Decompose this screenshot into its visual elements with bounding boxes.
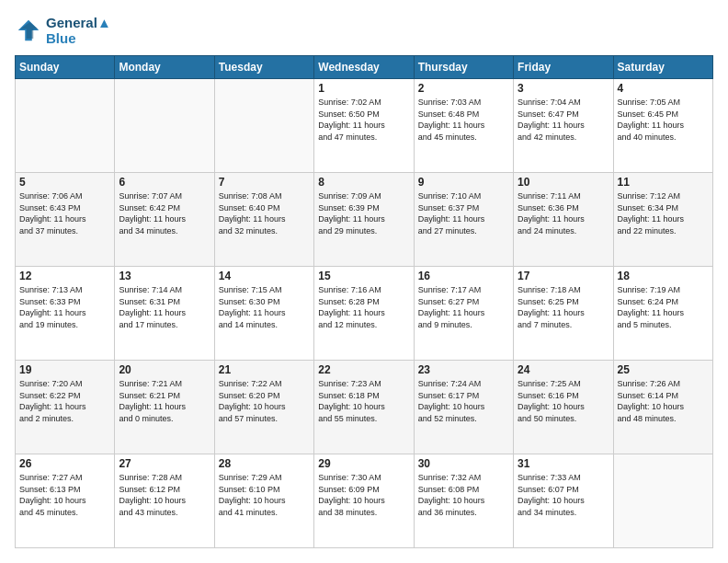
day-cell: 9Sunrise: 7:10 AM Sunset: 6:37 PM Daylig…: [414, 173, 513, 267]
calendar-table: SundayMondayTuesdayWednesdayThursdayFrid…: [15, 55, 713, 548]
week-row-2: 5Sunrise: 7:06 AM Sunset: 6:43 PM Daylig…: [16, 173, 713, 267]
weekday-header-row: SundayMondayTuesdayWednesdayThursdayFrid…: [16, 56, 713, 79]
day-cell: 22Sunrise: 7:23 AM Sunset: 6:18 PM Dayli…: [314, 361, 414, 454]
day-cell: 24Sunrise: 7:25 AM Sunset: 6:16 PM Dayli…: [514, 361, 613, 454]
day-cell: 7Sunrise: 7:08 AM Sunset: 6:40 PM Daylig…: [214, 173, 313, 267]
day-cell: 5Sunrise: 7:06 AM Sunset: 6:43 PM Daylig…: [16, 173, 115, 267]
day-cell: 30Sunrise: 7:32 AM Sunset: 6:08 PM Dayli…: [414, 454, 513, 548]
day-cell: 10Sunrise: 7:11 AM Sunset: 6:36 PM Dayli…: [514, 173, 613, 267]
day-info: Sunrise: 7:10 AM Sunset: 6:37 PM Dayligh…: [418, 190, 509, 236]
day-info: Sunrise: 7:25 AM Sunset: 6:16 PM Dayligh…: [518, 378, 609, 424]
day-info: Sunrise: 7:05 AM Sunset: 6:45 PM Dayligh…: [618, 97, 709, 143]
day-info: Sunrise: 7:28 AM Sunset: 6:12 PM Dayligh…: [119, 472, 210, 518]
day-number: 13: [119, 270, 210, 282]
day-cell: 19Sunrise: 7:20 AM Sunset: 6:22 PM Dayli…: [16, 361, 115, 454]
day-number: 5: [19, 176, 110, 189]
header: General▲ Blue: [15, 15, 713, 46]
day-info: Sunrise: 7:07 AM Sunset: 6:42 PM Dayligh…: [119, 190, 210, 236]
page: General▲ Blue SundayMondayTuesdayWednesd…: [0, 0, 728, 563]
day-number: 28: [219, 457, 310, 470]
day-number: 8: [318, 176, 409, 189]
day-info: Sunrise: 7:08 AM Sunset: 6:40 PM Dayligh…: [219, 190, 310, 236]
day-number: 2: [418, 82, 509, 95]
day-number: 11: [618, 176, 709, 189]
day-number: 22: [318, 363, 409, 376]
day-cell: 11Sunrise: 7:12 AM Sunset: 6:34 PM Dayli…: [613, 173, 712, 267]
day-number: 1: [318, 82, 409, 95]
day-number: 16: [418, 270, 509, 282]
day-cell: 27Sunrise: 7:28 AM Sunset: 6:12 PM Dayli…: [115, 454, 214, 548]
weekday-sunday: Sunday: [16, 56, 115, 79]
day-info: Sunrise: 7:32 AM Sunset: 6:08 PM Dayligh…: [418, 472, 509, 518]
week-row-4: 19Sunrise: 7:20 AM Sunset: 6:22 PM Dayli…: [16, 361, 713, 454]
day-number: 14: [219, 270, 310, 282]
day-number: 19: [19, 363, 110, 376]
day-number: 6: [119, 176, 210, 189]
day-number: 3: [518, 82, 609, 95]
day-number: 24: [518, 363, 609, 376]
day-cell: 13Sunrise: 7:14 AM Sunset: 6:31 PM Dayli…: [115, 267, 214, 361]
day-info: Sunrise: 7:14 AM Sunset: 6:31 PM Dayligh…: [119, 284, 210, 330]
weekday-saturday: Saturday: [613, 56, 712, 79]
weekday-tuesday: Tuesday: [214, 56, 313, 79]
logo-text: General▲ Blue: [46, 15, 111, 46]
day-info: Sunrise: 7:17 AM Sunset: 6:27 PM Dayligh…: [418, 284, 509, 330]
day-cell: 20Sunrise: 7:21 AM Sunset: 6:21 PM Dayli…: [115, 361, 214, 454]
day-number: 27: [119, 457, 210, 470]
day-cell: 18Sunrise: 7:19 AM Sunset: 6:24 PM Dayli…: [613, 267, 712, 361]
day-cell: 25Sunrise: 7:26 AM Sunset: 6:14 PM Dayli…: [613, 361, 712, 454]
day-cell: [613, 454, 712, 548]
day-info: Sunrise: 7:06 AM Sunset: 6:43 PM Dayligh…: [19, 190, 110, 236]
day-cell: 14Sunrise: 7:15 AM Sunset: 6:30 PM Dayli…: [214, 267, 313, 361]
day-number: 7: [219, 176, 310, 189]
day-info: Sunrise: 7:23 AM Sunset: 6:18 PM Dayligh…: [318, 378, 409, 424]
day-cell: 26Sunrise: 7:27 AM Sunset: 6:13 PM Dayli…: [16, 454, 115, 548]
day-info: Sunrise: 7:11 AM Sunset: 6:36 PM Dayligh…: [518, 190, 609, 236]
weekday-monday: Monday: [115, 56, 214, 79]
day-cell: 29Sunrise: 7:30 AM Sunset: 6:09 PM Dayli…: [314, 454, 414, 548]
logo-icon: [15, 17, 42, 44]
day-cell: 4Sunrise: 7:05 AM Sunset: 6:45 PM Daylig…: [613, 79, 712, 173]
day-cell: 16Sunrise: 7:17 AM Sunset: 6:27 PM Dayli…: [414, 267, 513, 361]
week-row-5: 26Sunrise: 7:27 AM Sunset: 6:13 PM Dayli…: [16, 454, 713, 548]
day-info: Sunrise: 7:24 AM Sunset: 6:17 PM Dayligh…: [418, 378, 509, 424]
day-info: Sunrise: 7:03 AM Sunset: 6:48 PM Dayligh…: [418, 97, 509, 143]
day-info: Sunrise: 7:29 AM Sunset: 6:10 PM Dayligh…: [219, 472, 310, 518]
weekday-wednesday: Wednesday: [314, 56, 414, 79]
day-cell: 6Sunrise: 7:07 AM Sunset: 6:42 PM Daylig…: [115, 173, 214, 267]
day-number: 30: [418, 457, 509, 470]
day-info: Sunrise: 7:26 AM Sunset: 6:14 PM Dayligh…: [618, 378, 709, 424]
weekday-friday: Friday: [514, 56, 613, 79]
day-cell: 31Sunrise: 7:33 AM Sunset: 6:07 PM Dayli…: [514, 454, 613, 548]
day-number: 18: [618, 270, 709, 282]
logo: General▲ Blue: [15, 15, 111, 46]
day-info: Sunrise: 7:09 AM Sunset: 6:39 PM Dayligh…: [318, 190, 409, 236]
day-cell: [115, 79, 214, 173]
day-info: Sunrise: 7:27 AM Sunset: 6:13 PM Dayligh…: [19, 472, 110, 518]
day-number: 10: [518, 176, 609, 189]
day-cell: 3Sunrise: 7:04 AM Sunset: 6:47 PM Daylig…: [514, 79, 613, 173]
day-number: 29: [318, 457, 409, 470]
day-number: 26: [19, 457, 110, 470]
day-cell: 12Sunrise: 7:13 AM Sunset: 6:33 PM Dayli…: [16, 267, 115, 361]
day-cell: 15Sunrise: 7:16 AM Sunset: 6:28 PM Dayli…: [314, 267, 414, 361]
day-cell: 17Sunrise: 7:18 AM Sunset: 6:25 PM Dayli…: [514, 267, 613, 361]
day-cell: 28Sunrise: 7:29 AM Sunset: 6:10 PM Dayli…: [214, 454, 313, 548]
day-cell: 1Sunrise: 7:02 AM Sunset: 6:50 PM Daylig…: [314, 79, 414, 173]
day-info: Sunrise: 7:22 AM Sunset: 6:20 PM Dayligh…: [219, 378, 310, 424]
day-cell: [214, 79, 313, 173]
day-number: 25: [618, 363, 709, 376]
day-info: Sunrise: 7:02 AM Sunset: 6:50 PM Dayligh…: [318, 97, 409, 143]
day-cell: 8Sunrise: 7:09 AM Sunset: 6:39 PM Daylig…: [314, 173, 414, 267]
day-info: Sunrise: 7:19 AM Sunset: 6:24 PM Dayligh…: [618, 284, 709, 330]
week-row-1: 1Sunrise: 7:02 AM Sunset: 6:50 PM Daylig…: [16, 79, 713, 173]
day-number: 9: [418, 176, 509, 189]
day-number: 17: [518, 270, 609, 282]
day-cell: [16, 79, 115, 173]
day-info: Sunrise: 7:18 AM Sunset: 6:25 PM Dayligh…: [518, 284, 609, 330]
day-number: 4: [618, 82, 709, 95]
day-info: Sunrise: 7:21 AM Sunset: 6:21 PM Dayligh…: [119, 378, 210, 424]
day-info: Sunrise: 7:30 AM Sunset: 6:09 PM Dayligh…: [318, 472, 409, 518]
day-cell: 23Sunrise: 7:24 AM Sunset: 6:17 PM Dayli…: [414, 361, 513, 454]
day-info: Sunrise: 7:13 AM Sunset: 6:33 PM Dayligh…: [19, 284, 110, 330]
